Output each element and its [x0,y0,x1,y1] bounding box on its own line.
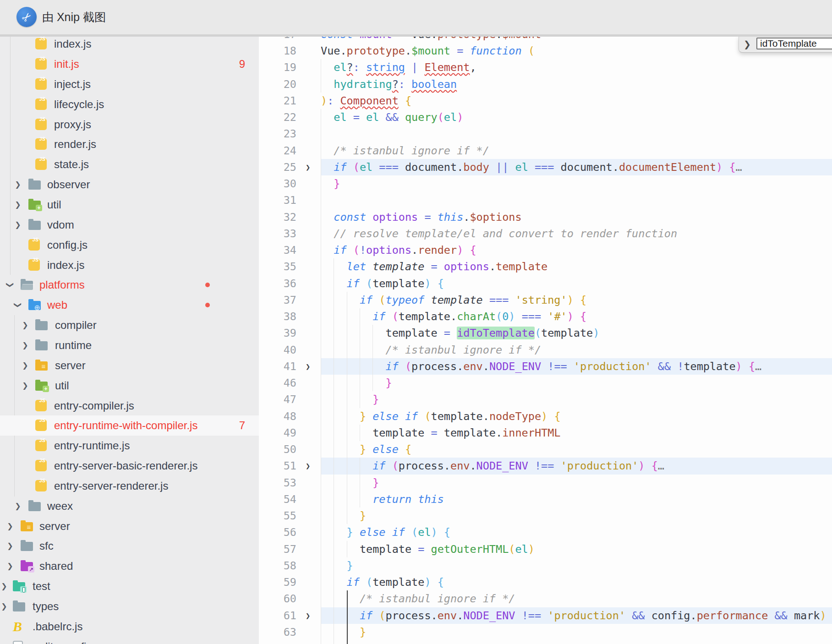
find-input[interactable] [756,38,832,49]
line-number[interactable]: 30 [259,175,296,192]
code-line-text[interactable]: /* istanbul ignore if */ [321,590,515,607]
line-number[interactable]: 32 [259,209,296,225]
chevron-down-icon[interactable]: ❯ [8,301,28,309]
line-number[interactable]: 51 [259,458,296,474]
tree-item-sfc[interactable]: ❯sfc [0,536,259,556]
tree-item-types[interactable]: ❯types [0,596,259,617]
line-number[interactable]: 33 [259,225,296,242]
line-number[interactable]: 20 [259,76,296,93]
chevron-right-icon[interactable]: ❯ [0,576,8,596]
tree-item-platforms[interactable]: ❯platforms [0,275,259,295]
tree-item-test[interactable]: ❯test [0,576,259,596]
code-line-text[interactable]: template = getOuterHTML(el) [321,541,535,557]
code-line-text[interactable]: if (!options.render) { [321,242,476,258]
tree-item-server[interactable]: ❯≡server [0,355,259,376]
chevron-right-icon[interactable]: ❯ [21,376,29,396]
line-number[interactable]: 54 [259,491,296,508]
tree-item-vdom[interactable]: ❯vdom [0,215,259,235]
line-number[interactable]: 56 [259,524,296,540]
line-number[interactable]: 37 [259,292,296,308]
code-line-text[interactable]: return this [321,491,444,508]
chevron-right-icon[interactable]: ❯ [21,335,29,355]
code-line-text[interactable]: el = el && query(el) [321,109,463,126]
code-line-text[interactable]: } [321,175,340,192]
line-number[interactable]: 21 [259,93,296,109]
code-line-text[interactable]: template = idToTemplate(template) [321,325,599,341]
line-number[interactable]: 53 [259,475,296,491]
chevron-right-icon[interactable]: ❯ [14,175,22,195]
code-line-text[interactable]: let template = options.template [321,258,547,275]
chevron-right-icon[interactable]: ❯ [744,39,751,49]
code-line-text[interactable]: if (el === document.body || el === docum… [321,159,742,175]
code-line-text[interactable]: } else if (template.nodeType) { [321,408,561,425]
code-line-text[interactable]: if (typeof template === 'string') { [321,292,586,308]
code-line-text[interactable]: } [321,375,392,391]
tree-item-util[interactable]: ❯+util [0,195,259,215]
chevron-right-icon[interactable]: ❯ [14,215,22,235]
fold-chevron-icon[interactable]: ❯ [301,358,315,375]
code-line-text[interactable]: el?: string | Element, [321,59,476,76]
code-line-text[interactable]: if (template) { [321,275,444,292]
line-number[interactable]: 24 [259,142,296,159]
chevron-right-icon[interactable]: ❯ [14,496,22,516]
line-number[interactable]: 39 [259,325,296,341]
line-number[interactable]: 60 [259,590,296,607]
line-number[interactable]: 41 [259,358,296,375]
code-line-text[interactable]: ): Component { [321,93,411,109]
tree-item-entry-server-renderer-js[interactable]: JSentry-server-renderer.js [0,476,259,496]
tree-item-web[interactable]: ❯⊕web [0,295,259,315]
chevron-down-icon[interactable]: ❯ [0,281,20,289]
line-number[interactable]: 63 [259,624,296,640]
line-number[interactable]: 59 [259,574,296,590]
line-number[interactable]: 34 [259,242,296,258]
fold-chevron-icon[interactable]: ❯ [301,159,315,175]
code-line-text[interactable]: // resolve template/el and convert to re… [321,225,677,242]
code-line-text[interactable]: if (template) { [321,574,444,590]
tree-item-runtime[interactable]: ❯runtime [0,335,259,355]
tree-item-observer[interactable]: ❯observer [0,175,259,195]
line-number[interactable]: 17 [259,37,296,43]
line-number[interactable]: 40 [259,342,296,358]
chevron-right-icon[interactable]: ❯ [0,596,8,617]
line-number[interactable]: 46 [259,375,296,391]
fold-chevron-icon[interactable]: ❯ [301,458,315,474]
line-number[interactable]: 18 [259,43,296,59]
tree-item-shared[interactable]: ❯↗shared [0,556,259,576]
code-line-text[interactable]: if (process.env.NODE_ENV !== 'production… [321,358,761,375]
line-number[interactable]: 22 [259,109,296,126]
code-line-text[interactable]: if (process.env.NODE_ENV !== 'production… [321,458,664,474]
line-number[interactable]: 23 [259,126,296,142]
line-number[interactable]: 49 [259,425,296,441]
chevron-right-icon[interactable]: ❯ [6,536,14,556]
chevron-right-icon[interactable]: ❯ [14,195,22,215]
line-number[interactable]: 61 [259,607,296,624]
tree-item-index-js[interactable]: JSindex.js [0,255,259,275]
code-line-text[interactable]: /* istanbul ignore if */ [321,342,541,358]
code-line-text[interactable]: } else if (el) { [321,524,450,540]
code-line-text[interactable]: } [321,475,379,491]
tree-item--editorconfig[interactable]: .editorconfig [0,637,259,644]
line-number[interactable]: 64 [259,640,296,644]
tree-item-state-js[interactable]: JSstate.js [0,154,259,175]
line-number[interactable]: 50 [259,441,296,458]
line-number[interactable]: 57 [259,541,296,557]
tree-item-weex[interactable]: ❯weex [0,496,259,516]
line-number[interactable]: 35 [259,258,296,275]
chevron-right-icon[interactable]: ❯ [6,516,14,536]
code-line-text[interactable]: template = template.innerHTML [321,425,561,441]
code-line-text[interactable]: } else { [321,441,411,458]
code-line-text[interactable]: } [321,391,379,408]
line-number[interactable]: 31 [259,192,296,208]
tree-item--babelrc-js[interactable]: B.babelrc.js [0,617,259,637]
line-number[interactable]: 47 [259,391,296,408]
line-number[interactable]: 25 [259,159,296,175]
tree-item-compiler[interactable]: ❯compiler [0,315,259,335]
line-number[interactable]: 58 [259,557,296,574]
code-line-text[interactable]: hydrating?: boolean [321,76,457,93]
code-line-text[interactable]: if (process.env.NODE_ENV !== 'production… [321,607,827,624]
chevron-right-icon[interactable]: ❯ [6,556,14,576]
code-line-text[interactable]: /* istanbul ignore if */ [321,142,489,159]
chevron-right-icon[interactable]: ❯ [21,315,29,335]
code-line-text[interactable]: } [321,508,366,524]
code-line-text[interactable]: } [321,624,366,640]
